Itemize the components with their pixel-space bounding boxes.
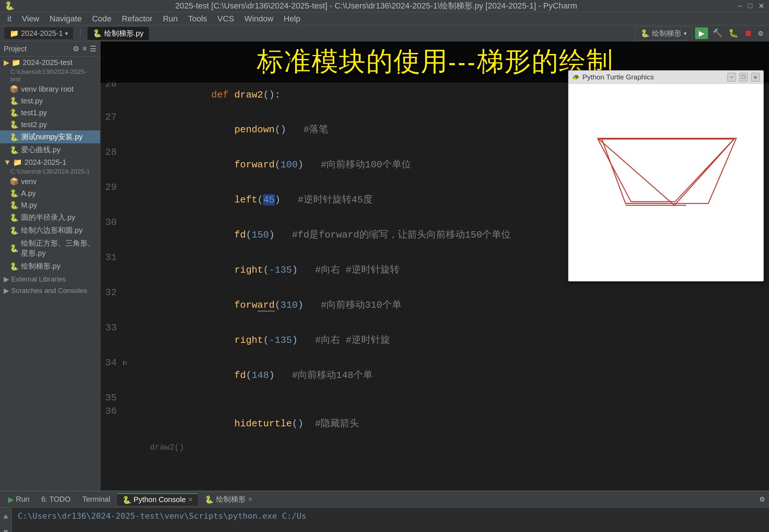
minimize-button[interactable]: – [738,1,742,10]
todo-tab-label: 6: TODO [41,495,71,504]
turtle-title: Python Turtle Graphics [582,73,724,81]
title-bar-icon: 🐍 [4,1,14,11]
sidebar-item-m-py[interactable]: 🐍 M.py [0,199,100,211]
debug-button[interactable]: 🐛 [727,27,740,40]
sidebar-item-trapezoid-py[interactable]: 🐍 绘制梯形.py [0,260,100,273]
turtle-shape-final [568,84,763,281]
sidebar-test1-label: test1.py [21,109,47,117]
turtle-titlebar: 🐢 Python Turtle Graphics – □ ✕ [568,71,763,84]
python-console-close[interactable]: ✕ [188,496,193,503]
sidebar-item-root-folder[interactable]: ▶ 📁 2024-2025-test [0,57,100,68]
project-label: 2024-2025-1 [21,29,63,38]
sidebar-venv-label: venv library root [21,85,74,93]
build-button[interactable]: 🔨 [711,27,724,40]
sidebar-item-curve-py[interactable]: 🐍 爱心曲线.py [0,143,100,156]
sidebar-item-a-py[interactable]: 🐍 A.py [0,187,100,199]
close-button[interactable]: ✕ [758,1,765,10]
sidebar-root-label: 2024-2025-test [23,58,73,67]
run-config-icon: 🐍 [640,29,650,38]
sidebar-scratches[interactable]: ▶ Scratches and Consoles [0,284,100,296]
sidebar-item-year-folder[interactable]: ▼ 📁 2024-2025-1 [0,156,100,168]
run-config-dropdown[interactable]: 🐍 绘制梯形 ▾ [635,27,692,40]
menu-run[interactable]: Run [158,13,182,25]
py-icon: 🐍 [10,108,19,117]
python-console2-close[interactable]: ✕ [248,496,253,503]
run-button[interactable]: ▶ [695,27,708,39]
tab-python-console-2[interactable]: 🐍 绘制梯形 ✕ [199,493,258,506]
turtle-icon: 🐢 [572,74,580,81]
sidebar-circle-label: 圆的半径录入.py [21,212,75,222]
sidebar-collapse-icon[interactable]: ≡ [82,44,87,53]
panel-settings-button[interactable]: ⚙ [758,493,766,506]
sidebar-item-test1-py[interactable]: 🐍 test1.py [0,107,100,119]
file-tab[interactable]: 🐍 绘制梯形.py [88,27,149,40]
sidebar-m-label: M.py [21,201,37,209]
title-bar: 🐍 2025-test [C:\Users\dr136\2024-2025-te… [0,0,769,12]
sidebar-header: Project ⚙ ≡ ☰ [0,41,100,57]
turtle-close-button[interactable]: ✕ [751,73,760,82]
sidebar-item-venv2[interactable]: 📦 venv [0,175,100,187]
menu-view[interactable]: View [17,13,44,25]
sidebar-item-hexcircle-py[interactable]: 🐍 绘制六边形和圆.py [0,224,100,237]
tab-terminal[interactable]: Terminal [77,494,116,505]
bottom-content: ▲ ▼ ☰ ⬇ 🖨 🗑 C:\Users\dr136\2024-2025-tes… [0,508,769,532]
tab-python-console[interactable]: 🐍 Python Console ✕ [117,493,198,506]
sidebar-shapes-label: 绘制正方形、三角形、星形.py [21,238,96,258]
settings-button[interactable]: ⚙ [757,27,765,40]
python-console-icon: 🐍 [122,495,131,504]
sidebar-external-libraries[interactable]: ▶ External Libraries [0,273,100,284]
py-icon: 🐍 [10,226,19,235]
terminal-command: C:\Users\dr136\2024-2025-test\venv\Scrip… [18,511,306,521]
turtle-window: 🐢 Python Turtle Graphics – □ ✕ [568,70,764,282]
sidebar-item-venv[interactable]: 📦 venv library root [0,83,100,95]
maximize-button[interactable]: □ [748,1,752,10]
editor-area: 标准模块的使用---梯形的绘制 26 def draw2(): 27 pendo… [100,41,769,491]
py-icon: 🐍 [10,244,19,253]
stop-button[interactable]: ⏹ [743,27,754,40]
menu-window[interactable]: Window [240,13,278,25]
sidebar: Project ⚙ ≡ ☰ ▶ 📁 2024-2025-test C:\User… [0,41,100,491]
sidebar-item-circle-py[interactable]: 🐍 圆的半径录入.py [0,211,100,224]
sidebar-numpy-label: 测试numpy安装.py [21,132,83,142]
py-icon: 🐍 [10,96,19,105]
menu-help[interactable]: Help [279,13,305,25]
python-console2-icon: 🐍 [205,495,214,504]
py-icon: 🐍 [10,189,19,198]
sidebar-item-numpy-py[interactable]: 🐍 测试numpy安装.py [0,130,100,143]
scroll-down-icon[interactable]: ▼ [2,526,10,532]
turtle-maximize-button[interactable]: □ [739,73,748,82]
tab-run[interactable]: ▶ Run [3,494,35,505]
py-icon: 🐍 [10,213,19,222]
sidebar-item-shapes-py[interactable]: 🐍 绘制正方形、三角形、星形.py [0,237,100,260]
code-line-33: 33 right(-135) #向右 #逆时针旋 [100,322,769,357]
bottom-tabs: ▶ Run 6: TODO Terminal 🐍 Python Console … [0,491,769,508]
scroll-up-icon[interactable]: ▲ [2,511,10,523]
menu-refactor[interactable]: Refactor [117,13,157,25]
menu-vcs[interactable]: VCS [213,13,239,25]
menu-tools[interactable]: Tools [184,13,211,25]
project-tab[interactable]: 📁 2024-2025-1 ▾ [4,27,73,39]
sidebar-test-label: test.py [21,97,43,105]
folder-icon: ▼ 📁 [4,158,22,167]
tab-todo[interactable]: 6: TODO [36,494,76,505]
menu-file[interactable]: it [3,13,16,25]
turtle-minimize-button[interactable]: – [727,73,736,82]
terminal-content: C:\Users\dr136\2024-2025-test\venv\Scrip… [12,508,769,532]
toolbar: 📁 2024-2025-1 ▾ | 🐍 绘制梯形.py 🐍 绘制梯形 ▾ ▶ 🔨… [0,25,769,41]
menu-code[interactable]: Code [88,13,116,25]
window-controls: – □ ✕ [738,1,765,10]
py-icon: 🐍 [10,146,19,154]
sidebar-trapezoid-label: 绘制梯形.py [21,261,61,271]
python-file-icon: 🐍 [93,29,102,38]
menu-navigate[interactable]: Navigate [45,13,86,25]
sidebar-gear-icon[interactable]: ☰ [90,44,96,53]
code-line-32: 32 forward(310) #向前移动310个单 [100,287,769,322]
sidebar-item-test-py[interactable]: 🐍 test.py [0,95,100,107]
turtle-canvas [568,84,763,281]
sidebar-venv2-label: venv [21,177,37,186]
bottom-sidebar: ▲ ▼ ☰ ⬇ 🖨 🗑 [0,508,12,532]
sidebar-settings-icon[interactable]: ⚙ [73,44,79,53]
sidebar-item-test2-py[interactable]: 🐍 test2.py [0,119,100,130]
chevron-down-icon: ▾ [65,30,68,37]
file-tab-label: 绘制梯形.py [104,28,144,38]
